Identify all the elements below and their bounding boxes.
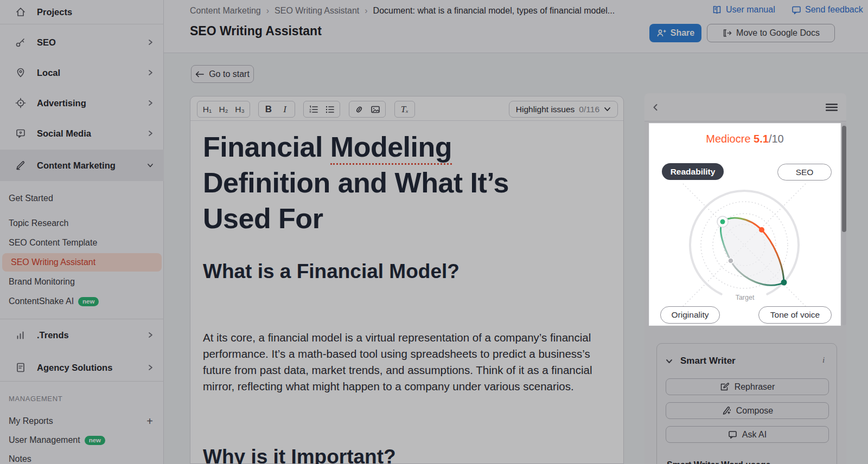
go-to-start-button[interactable]: Go to start <box>191 65 254 83</box>
breadcrumb-item[interactable]: SEO Writing Assistant <box>275 6 359 15</box>
sidebar-item-label: SEO <box>37 37 56 48</box>
bullet-list-icon <box>325 105 335 114</box>
link-button[interactable] <box>352 102 367 116</box>
document-h2-next: Why is it Important? <box>203 444 615 464</box>
sidebar-item-seo[interactable]: SEO <box>0 27 164 57</box>
sidebar-subitem-get-started[interactable]: Get Started <box>0 189 164 208</box>
go-to-start-label: Go to start <box>209 69 250 79</box>
document-paragraph: At its core, a financial model is a virt… <box>203 330 612 395</box>
arrow-left-icon <box>195 71 204 78</box>
highlight-issues-count: 0/116 <box>579 105 599 114</box>
italic-button[interactable]: I <box>277 102 292 116</box>
document-icon <box>15 362 26 373</box>
highlight-issues-dropdown[interactable]: Highlight issues 0/116 <box>509 101 618 118</box>
chevron-down-icon <box>666 359 673 364</box>
ask-ai-label: Ask AI <box>742 430 767 440</box>
panel-header <box>644 93 846 121</box>
sidebar-item-label: Social Media <box>37 128 91 139</box>
sidebar-item-label: .Trends <box>37 330 69 340</box>
originality-score-dot[interactable] <box>728 258 733 263</box>
score-panel: Mediocre 5.1/10 <box>644 93 846 464</box>
breadcrumb-item[interactable]: Content Marketing <box>190 6 261 15</box>
smart-writer-header[interactable]: Smart Writer <box>666 356 736 366</box>
user-manual-label: User manual <box>726 5 775 15</box>
image-button[interactable] <box>368 102 383 116</box>
sidebar-item-label: Local <box>37 68 60 78</box>
compose-button[interactable]: Compose <box>666 402 829 419</box>
link-icon <box>354 105 364 114</box>
sidebar-item-agency-solutions[interactable]: Agency Solutions <box>0 353 164 382</box>
tone-of-voice-pill-label: Tone of voice <box>770 310 820 320</box>
document-body[interactable]: Financial ModelingDefinition and What It… <box>203 121 615 464</box>
readability-score-dot[interactable] <box>720 220 725 224</box>
sidebar-subitem-seo-writing-assistant[interactable]: SEO Writing Assistant <box>2 253 162 272</box>
subitem-label: SEO Writing Assistant <box>11 257 95 267</box>
page-title: SEO Writing Assistant <box>190 24 322 38</box>
breadcrumb-current: Document: what is a financial model, typ… <box>373 6 615 15</box>
sidebar-item-label: Content Marketing <box>37 160 116 171</box>
chevron-right-icon <box>146 130 154 137</box>
send-feedback-link[interactable]: Send feedback <box>792 5 863 15</box>
document-h2: What is a Financial Model? <box>203 259 615 284</box>
add-report-button[interactable]: + <box>146 415 153 428</box>
tone-of-voice-pill[interactable]: Tone of voice <box>758 306 832 324</box>
list-buttons-group <box>303 101 340 118</box>
share-label: Share <box>671 28 694 38</box>
editor-card: H₁ H₂ H₃ B I <box>190 96 624 464</box>
sidebar-item-content-marketing[interactable]: Content Marketing <box>0 150 164 181</box>
rephraser-button[interactable]: Rephraser <box>666 378 829 395</box>
subitem-label: Brand Monitoring <box>9 277 75 287</box>
sidebar-item-social-media[interactable]: Social Media <box>0 118 164 149</box>
sidebar-subitem-topic-research[interactable]: Topic Research <box>0 214 164 233</box>
ask-ai-button[interactable]: Ask AI <box>666 426 829 443</box>
sidebar-item-trends[interactable]: .Trends <box>0 321 164 349</box>
readability-pill[interactable]: Readability <box>662 163 724 180</box>
ask-ai-bubble-icon <box>728 430 737 439</box>
h1-text: Financial <box>203 131 330 163</box>
collapse-chevron-left-icon[interactable] <box>652 103 659 112</box>
menu-hamburger-icon[interactable] <box>826 103 838 112</box>
subitem-label: Topic Research <box>9 218 68 228</box>
sidebar-subitem-user-management[interactable]: User Management new <box>0 431 164 449</box>
compose-label: Compose <box>736 406 773 416</box>
info-icon[interactable]: i <box>819 356 828 364</box>
originality-pill[interactable]: Originality <box>660 306 720 324</box>
flagged-word[interactable]: Modeling <box>330 131 452 165</box>
sidebar-subitem-seo-content-template[interactable]: SEO Content Template <box>0 234 164 252</box>
share-button[interactable]: Share <box>649 24 701 42</box>
sidebar-item-projects[interactable]: Projects <box>0 0 164 24</box>
ordered-list-button[interactable] <box>306 102 321 116</box>
sidebar-subitem-my-reports[interactable]: My Reports + <box>0 412 164 430</box>
smart-writer-card: Smart Writer i Rephraser Compose Ask AI … <box>656 343 837 464</box>
map-pin-icon <box>15 67 26 78</box>
user-manual-link[interactable]: User manual <box>712 5 775 15</box>
move-to-google-docs-button[interactable]: Move to Google Docs <box>707 24 835 42</box>
smart-writer-title: Smart Writer <box>680 356 736 366</box>
originality-pill-label: Originality <box>672 310 709 320</box>
new-badge: new <box>78 297 99 306</box>
clear-formatting-button[interactable]: Tₓ <box>397 102 412 116</box>
panel-scrollbar-thumb[interactable] <box>842 126 846 232</box>
sidebar-item-advertising[interactable]: Advertising <box>0 88 164 118</box>
subitem-label: SEO Content Template <box>9 238 97 248</box>
h1-button[interactable]: H₁ <box>200 102 215 116</box>
book-icon <box>712 5 722 15</box>
h3-button[interactable]: H₃ <box>232 102 247 116</box>
heading-buttons-group: H₁ H₂ H₃ <box>197 101 250 118</box>
move-to-google-docs-label: Move to Google Docs <box>736 28 820 38</box>
bullet-list-button[interactable] <box>322 102 337 116</box>
seo-pill[interactable]: SEO <box>777 164 832 181</box>
sidebar-subitem-notes[interactable]: Notes <box>0 450 164 464</box>
send-feedback-label: Send feedback <box>805 5 863 15</box>
seo-score-dot[interactable] <box>759 227 764 233</box>
subitem-label: Get Started <box>9 194 53 203</box>
tone-of-voice-score-dot[interactable] <box>781 280 787 286</box>
divider <box>0 319 164 319</box>
sidebar-item-local[interactable]: Local <box>0 57 164 88</box>
sidebar: Projects SEO Local Advertising Social Me… <box>0 0 164 464</box>
sidebar-subitem-contentshake-ai[interactable]: ContentShake AI new <box>0 292 164 311</box>
readability-pill-label: Readability <box>671 167 716 177</box>
sidebar-subitem-brand-monitoring[interactable]: Brand Monitoring <box>0 273 164 291</box>
h2-button[interactable]: H₂ <box>216 102 231 116</box>
bold-button[interactable]: B <box>261 102 276 116</box>
